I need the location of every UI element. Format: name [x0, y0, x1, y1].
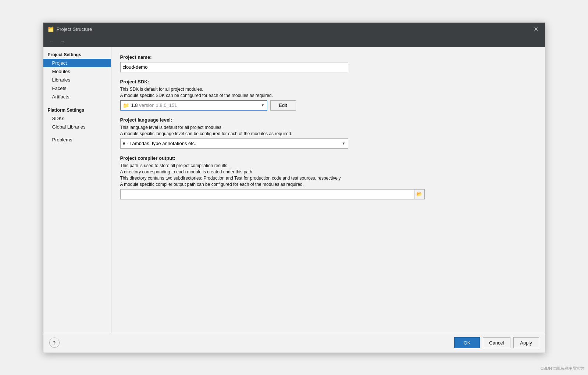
sdk-version-secondary: version 1.8.0_151	[138, 102, 177, 108]
sidebar: Project Settings Project Modules Librari…	[43, 47, 111, 333]
compiler-output-row: 📂	[120, 189, 536, 199]
watermark: CSDN ©黑马程序员官方	[541, 366, 584, 371]
sidebar-item-modules[interactable]: Modules	[43, 67, 111, 76]
language-level-dropdown[interactable]: 8 - Lambdas, type annotations etc. ▼	[120, 138, 348, 149]
sidebar-item-sdks[interactable]: SDKs	[43, 114, 111, 123]
nav-bar: ← →	[43, 36, 545, 47]
sidebar-item-libraries[interactable]: Libraries	[43, 76, 111, 84]
compiler-output-label: Project compiler output:	[120, 155, 536, 161]
project-sdk-label: Project SDK:	[120, 79, 536, 84]
dialog-title: Project Structure	[57, 26, 531, 32]
back-button[interactable]: ←	[48, 38, 56, 45]
sdk-desc2: A module specific SDK can be configured …	[120, 93, 536, 98]
content-area: Project Settings Project Modules Librari…	[43, 47, 545, 333]
forward-button[interactable]: →	[59, 38, 67, 45]
sdk-dropdown[interactable]: 📁 1.8 version 1.8.0_151 ▼	[120, 100, 267, 111]
compiler-desc4: A module specific compiler output path c…	[120, 182, 536, 187]
ok-button[interactable]: OK	[454, 337, 480, 348]
sdk-edit-button[interactable]: Edit	[270, 100, 296, 111]
lang-dropdown-arrow: ▼	[342, 141, 346, 145]
compiler-desc3: This directory contains two subdirectori…	[120, 176, 536, 181]
lang-desc1: This language level is default for all p…	[120, 125, 536, 130]
cancel-button[interactable]: Cancel	[483, 337, 510, 348]
main-panel: Project name: Project SDK: This SDK is d…	[111, 47, 545, 333]
language-level-label: Project language level:	[120, 117, 536, 123]
sdk-row: 📁 1.8 version 1.8.0_151 ▼ Edit	[120, 100, 536, 111]
compiler-output-browse-button[interactable]: 📂	[414, 189, 425, 199]
compiler-output-section: Project compiler output: This path is us…	[120, 155, 536, 199]
folder-browse-icon: 📂	[416, 191, 422, 197]
sidebar-item-problems[interactable]: Problems	[43, 136, 111, 144]
project-name-section: Project name:	[120, 54, 536, 72]
title-bar: 🗂️ Project Structure ✕	[43, 23, 545, 36]
compiler-desc1: This path is used to store all project c…	[120, 163, 536, 168]
project-settings-section-label: Project Settings	[43, 50, 111, 59]
project-structure-dialog: 🗂️ Project Structure ✕ ← → Project Setti…	[43, 22, 545, 353]
footer: ? OK Cancel Apply	[43, 333, 545, 353]
sdk-version-main: 1.8	[131, 102, 138, 108]
project-name-label: Project name:	[120, 54, 536, 60]
footer-buttons: OK Cancel Apply	[454, 337, 539, 348]
language-level-value: 8 - Lambdas, type annotations etc.	[123, 141, 342, 146]
sidebar-item-global-libraries[interactable]: Global Libraries	[43, 123, 111, 131]
lang-desc2: A module specific language level can be …	[120, 131, 536, 136]
sidebar-item-facets[interactable]: Facets	[43, 84, 111, 93]
sdk-dropdown-arrow: ▼	[261, 103, 265, 107]
close-button[interactable]: ✕	[531, 26, 541, 33]
app-icon: 🗂️	[48, 26, 54, 32]
project-sdk-section: Project SDK: This SDK is default for all…	[120, 79, 536, 111]
sidebar-item-artifacts[interactable]: Artifacts	[43, 93, 111, 101]
platform-settings-section-label: Platform Settings	[43, 105, 111, 114]
compiler-desc2: A directory corresponding to each module…	[120, 169, 536, 174]
language-level-section: Project language level: This language le…	[120, 117, 536, 149]
apply-button[interactable]: Apply	[513, 337, 539, 348]
compiler-output-input[interactable]	[120, 189, 414, 199]
sdk-folder-icon: 📁	[123, 102, 129, 108]
help-button[interactable]: ?	[49, 338, 60, 348]
sidebar-item-project[interactable]: Project	[43, 59, 111, 67]
sdk-desc1: This SDK is default for all project modu…	[120, 87, 536, 92]
project-name-input[interactable]	[120, 62, 348, 72]
